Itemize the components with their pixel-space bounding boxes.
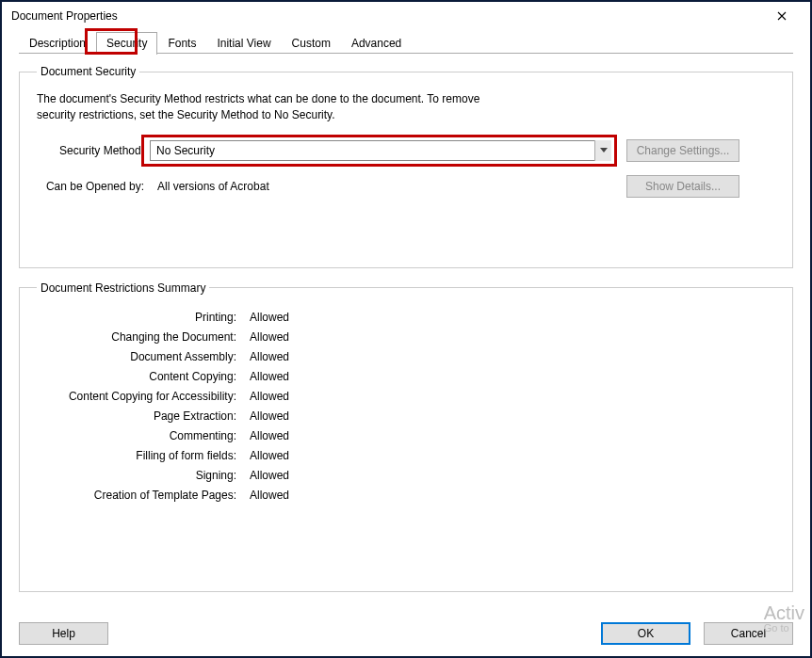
restriction-row: Signing:Allowed	[37, 469, 775, 482]
tab-bar: Description Security Fonts Initial View …	[2, 30, 810, 54]
restriction-label: Signing:	[37, 469, 242, 482]
tab-custom[interactable]: Custom	[282, 32, 341, 54]
restriction-label: Content Copying:	[37, 370, 242, 383]
chevron-down-icon	[594, 140, 611, 161]
restriction-row: Changing the Document:Allowed	[37, 330, 775, 344]
document-restrictions-group: Document Restrictions Summary Printing:A…	[19, 281, 793, 592]
restriction-label: Content Copying for Accessibility:	[37, 390, 242, 403]
restriction-value: Allowed	[242, 311, 289, 324]
document-security-group: Document Security The document's Securit…	[19, 65, 793, 268]
cancel-button[interactable]: Cancel	[704, 622, 793, 645]
document-properties-window: Document Properties Description Security…	[0, 0, 812, 658]
restriction-value: Allowed	[242, 449, 289, 462]
restrictions-list: Printing:AllowedChanging the Document:Al…	[37, 311, 775, 502]
show-details-button[interactable]: Show Details...	[626, 175, 739, 198]
restriction-value: Allowed	[242, 390, 289, 403]
security-method-select[interactable]: No Security	[150, 140, 611, 161]
restriction-row: Page Extraction:Allowed	[37, 409, 775, 423]
restriction-row: Content Copying:Allowed	[37, 370, 775, 383]
restriction-value: Allowed	[242, 350, 289, 363]
tab-initial-view[interactable]: Initial View	[206, 32, 281, 54]
content-area: Document Security The document's Securit…	[2, 54, 810, 615]
titlebar: Document Properties	[2, 2, 810, 30]
security-method-value: No Security	[156, 144, 215, 157]
tab-security[interactable]: Security	[96, 32, 157, 55]
restriction-label: Commenting:	[37, 429, 242, 442]
restriction-row: Filling of form fields:Allowed	[37, 449, 775, 462]
restriction-row: Creation of Template Pages:Allowed	[37, 489, 775, 502]
document-restrictions-legend: Document Restrictions Summary	[37, 281, 209, 295]
window-title: Document Properties	[11, 9, 761, 23]
restriction-value: Allowed	[242, 330, 289, 344]
change-settings-button[interactable]: Change Settings...	[626, 139, 739, 162]
close-icon	[777, 11, 787, 21]
opened-by-value: All versions of Acrobat	[150, 180, 611, 193]
document-security-legend: Document Security	[37, 65, 139, 78]
security-method-row: Security Method: No Security Change Sett…	[37, 139, 775, 162]
restriction-value: Allowed	[242, 469, 289, 482]
restriction-label: Creation of Template Pages:	[37, 489, 242, 502]
close-button[interactable]	[761, 3, 803, 29]
tab-description[interactable]: Description	[19, 32, 96, 54]
restriction-value: Allowed	[242, 489, 289, 502]
security-description: The document's Security Method restricts…	[37, 91, 775, 124]
restriction-label: Filling of form fields:	[37, 449, 242, 462]
restriction-row: Document Assembly:Allowed	[37, 350, 775, 363]
restriction-label: Printing:	[37, 311, 242, 324]
opened-by-label: Can be Opened by:	[37, 180, 150, 193]
security-method-select-wrap: No Security	[150, 140, 611, 161]
tab-fonts[interactable]: Fonts	[157, 32, 206, 54]
restriction-label: Page Extraction:	[37, 409, 242, 423]
restriction-value: Allowed	[242, 409, 289, 423]
restriction-label: Document Assembly:	[37, 350, 242, 363]
security-method-label: Security Method:	[37, 144, 150, 157]
ok-button[interactable]: OK	[601, 622, 690, 645]
tab-advanced[interactable]: Advanced	[341, 32, 412, 54]
restriction-row: Content Copying for Accessibility:Allowe…	[37, 390, 775, 403]
opened-by-row: Can be Opened by: All versions of Acroba…	[37, 175, 775, 198]
footer: Help OK Cancel	[2, 615, 810, 656]
restriction-value: Allowed	[242, 429, 289, 442]
help-button[interactable]: Help	[19, 622, 108, 645]
restriction-value: Allowed	[242, 370, 289, 383]
restriction-row: Commenting:Allowed	[37, 429, 775, 442]
restriction-row: Printing:Allowed	[37, 311, 775, 324]
restriction-label: Changing the Document:	[37, 330, 242, 344]
